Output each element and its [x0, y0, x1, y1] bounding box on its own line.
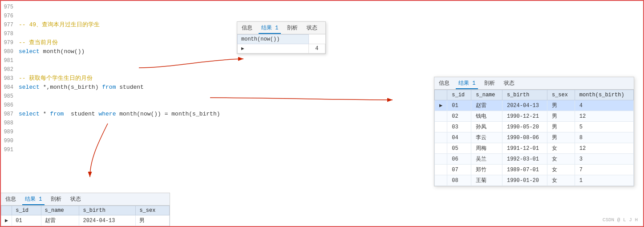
table-row: ▶4: [238, 44, 325, 54]
watermark: CSDN @ L J H: [603, 217, 638, 223]
row-indicator-cell: [435, 122, 447, 132]
line-content: -- 获取每个学生生日的月份: [19, 74, 93, 83]
row-indicator-cell: [435, 175, 447, 186]
line-number: 986: [1, 101, 19, 110]
line-number: 978: [1, 29, 19, 38]
table-cell: 03: [447, 122, 471, 132]
table-row: 08王菊1990-01-20女1: [435, 175, 634, 186]
code-line: 975: [1, 3, 366, 12]
code-line: 981: [1, 56, 366, 65]
line-number: 981: [1, 56, 19, 65]
popup-tab[interactable]: 剖析: [48, 194, 64, 205]
col-header: s_birth: [79, 206, 136, 215]
table-cell: 男: [547, 100, 575, 111]
table-cell: 2024-04-13: [502, 100, 547, 111]
table-cell: 女: [547, 175, 575, 186]
line-number: 987: [1, 110, 19, 119]
row-indicator-cell: [435, 111, 447, 122]
col-header: s_id: [12, 206, 41, 215]
table-cell: 女: [547, 143, 575, 154]
line-number: 988: [1, 119, 19, 128]
table-row: ▶01赵雷2024-04-13男4: [435, 100, 634, 111]
code-line: 989: [1, 128, 366, 136]
popup-tab[interactable]: 结果 1: [22, 194, 45, 205]
popup-tab[interactable]: 状态: [304, 23, 320, 34]
table-cell: 06: [447, 154, 471, 165]
table-cell: 07: [447, 165, 471, 175]
large-data-table: s_ids_names_births_sexmonth(s_birth)▶01赵…: [434, 90, 634, 186]
table-cell: 男: [547, 111, 575, 122]
table-cell: 05: [447, 143, 471, 154]
table-cell: 1: [575, 175, 633, 186]
row-indicator-cell: [435, 165, 447, 175]
table-row: 02钱电1990-12-21男12: [435, 111, 634, 122]
table-cell: 1989-07-01: [502, 165, 547, 175]
row-indicator-cell: ▶: [238, 44, 309, 54]
table-cell: 钱电: [471, 111, 502, 122]
popup-tab[interactable]: 结果 1: [259, 23, 281, 34]
popup-small-tabs: 信息结果 1剖析状态: [237, 22, 325, 34]
col-header: [1, 206, 12, 215]
popup-tab[interactable]: 剖析: [482, 78, 498, 89]
popup-tab[interactable]: 结果 1: [456, 78, 478, 89]
table-cell: 8: [575, 132, 633, 143]
line-content: -- 49、查询本月过生日的学生: [19, 21, 100, 29]
table-cell: 周梅: [471, 143, 502, 154]
code-line: 985: [1, 92, 366, 101]
table-cell: 1991-12-01: [502, 143, 547, 154]
table-row: ▶01赵雷2024-04-13男: [1, 215, 170, 226]
popup-large-tabs: 信息结果 1剖析状态: [434, 77, 634, 90]
table-cell: 1990-05-20: [502, 122, 547, 132]
table-cell: 1990-01-20: [502, 175, 547, 186]
line-number: 991: [1, 145, 19, 154]
code-line: 987select * from student where month(now…: [1, 110, 366, 119]
table-cell: 12: [575, 111, 633, 122]
row-indicator-cell: [435, 154, 447, 165]
table-cell: 孙凤: [471, 122, 502, 132]
table-cell: 04: [447, 132, 471, 143]
table-cell: 郑竹: [471, 165, 502, 175]
table-cell: 王菊: [471, 175, 502, 186]
line-number: 977: [1, 21, 19, 29]
line-number: 982: [1, 65, 19, 74]
line-content: select *,month(s_birth) from student: [19, 83, 144, 92]
table-cell: 1990-08-06: [502, 132, 547, 143]
line-number: 976: [1, 12, 19, 21]
popup-tab[interactable]: 信息: [239, 23, 255, 34]
line-number: 985: [1, 92, 19, 101]
table-row: 04李云1990-08-06男8: [435, 132, 634, 143]
bottom-panel-tabs: 信息结果 1剖析状态: [1, 193, 170, 206]
bottom-data-table: s_ids_names_births_sex▶01赵雷2024-04-13男: [1, 206, 170, 226]
table-cell: 女: [547, 154, 575, 165]
col-header: s_name: [471, 90, 502, 100]
popup-tab[interactable]: 状态: [501, 78, 517, 89]
popup-small-table: month(now())▶4: [237, 34, 325, 54]
row-indicator-cell: ▶: [1, 215, 12, 226]
bottom-panel-result: 信息结果 1剖析状态s_ids_names_births_sex▶01赵雷202…: [1, 193, 170, 226]
popup-tab[interactable]: 剖析: [284, 23, 300, 34]
line-number: 990: [1, 136, 19, 145]
table-cell: 2024-04-13: [79, 215, 136, 226]
table-cell: 男: [136, 215, 170, 226]
col-header: month(s_birth): [575, 90, 633, 100]
table-cell: 1990-12-21: [502, 111, 547, 122]
popup-tab[interactable]: 状态: [68, 194, 84, 205]
popup-large-result: 信息结果 1剖析状态s_ids_names_births_sexmonth(s_…: [434, 77, 634, 186]
table-row: 05周梅1991-12-01女12: [435, 143, 634, 154]
line-number: 975: [1, 3, 19, 12]
table-cell: 12: [575, 143, 633, 154]
row-indicator-cell: [435, 132, 447, 143]
table-cell: 吴兰: [471, 154, 502, 165]
row-indicator-cell: ▶: [435, 100, 447, 111]
row-indicator-cell: [435, 143, 447, 154]
line-content: -- 查当前月份: [19, 38, 58, 47]
code-line: 991: [1, 145, 366, 154]
table-cell: 01: [447, 100, 471, 111]
table-row: 06吴兰1992-03-01女3: [435, 154, 634, 165]
popup-tab[interactable]: 信息: [3, 194, 19, 205]
popup-tab[interactable]: 信息: [436, 78, 452, 89]
table-row: 07郑竹1989-07-01女7: [435, 165, 634, 175]
code-line: 984select *,month(s_birth) from student: [1, 83, 366, 92]
col-header: s_name: [41, 206, 79, 215]
main-container: 975976977-- 49、查询本月过生日的学生978979-- 查当前月份9…: [0, 0, 644, 227]
